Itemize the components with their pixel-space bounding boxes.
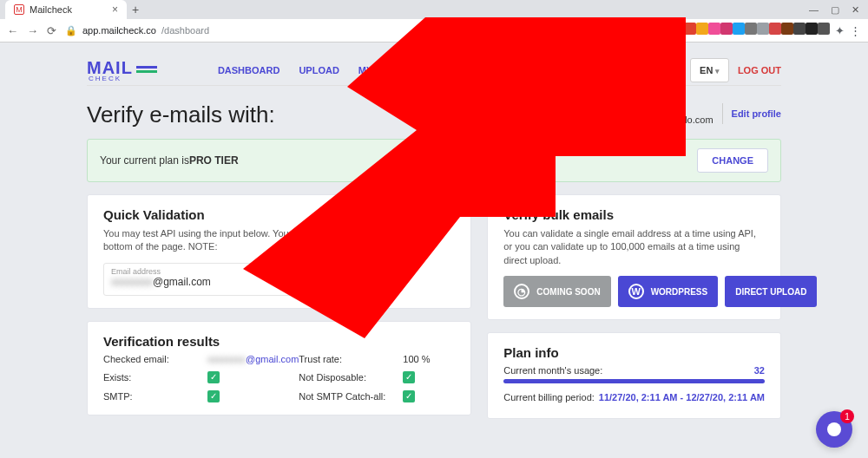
address-bar: ← → ⟳ 🔒 app.mailcheck.co/dashboard ◧ ☆ ✦… (0, 19, 868, 42)
trust-rate-value: 100 % (403, 354, 455, 364)
logout-link[interactable]: LOG OUT (738, 65, 781, 75)
email-local-blur: xxxxxxxx (111, 276, 153, 288)
not-disposable-label: Not Disposable: (299, 372, 403, 383)
usage-value: 32 (754, 365, 765, 376)
extension-icon[interactable] (635, 23, 648, 35)
extension-icon[interactable] (818, 23, 830, 35)
extension-icon[interactable] (660, 23, 672, 35)
window-controls: — ▢ ✕ (809, 4, 868, 16)
extension-icon[interactable] (720, 23, 733, 35)
verify-bulk-desc: You can validate a single email address … (503, 227, 765, 267)
extension-icon[interactable] (745, 23, 757, 35)
extension-icon[interactable] (733, 23, 745, 35)
wordpress-icon: W (628, 284, 644, 299)
exists-label: Exists: (103, 372, 207, 383)
usage-label: Current month's usage: (503, 365, 602, 376)
email-field-label: Email address (111, 267, 306, 276)
page-title: Verify e-mails with: (87, 101, 275, 128)
greeting-text: Hey, (601, 101, 713, 114)
direct-upload-button[interactable]: DIRECT UPLOAD (725, 276, 817, 307)
quick-validation-title: Quick Validation (103, 207, 455, 222)
nav-links: DASHBOARDUPLOADMY FILESAPISETTINGS (218, 65, 504, 75)
email-domain: @gmail.com (153, 276, 211, 288)
chat-badge: 1 (840, 409, 854, 423)
lock-icon: 🔒 (65, 25, 77, 36)
extension-icon[interactable] (696, 23, 708, 35)
check-icon: ✓ (403, 371, 415, 383)
verify-bulk-card: Verify bulk emails You can validate a si… (487, 194, 781, 320)
maximize-icon[interactable]: ▢ (831, 4, 839, 16)
browser-menu-icon[interactable]: ⋮ (850, 24, 861, 37)
change-plan-button[interactable]: CHANGE (697, 148, 768, 173)
extension-icon[interactable] (769, 23, 781, 35)
user-email: weirdo@hitechweirdo.com (601, 114, 713, 126)
check-icon: ✓ (207, 390, 220, 402)
plan-banner-text: Your current plan is (100, 154, 189, 167)
back-icon[interactable]: ← (7, 24, 18, 37)
extension-icon[interactable] (708, 23, 720, 35)
url-box[interactable]: 🔒 app.mailcheck.co/dashboard (65, 25, 209, 36)
plan-info-card: Plan info Current month's usage: 32 Curr… (487, 332, 781, 419)
tab-bar: M Mailcheck × + — ▢ ✕ (0, 0, 868, 19)
plan-info-title: Plan info (503, 345, 765, 360)
not-catchall-label: Not SMTP Catch-all: (299, 391, 403, 402)
extension-icon[interactable] (781, 23, 793, 35)
upgrade-button[interactable]: UPGRADE (609, 59, 681, 82)
extension-tray: ◧ ☆ ✦ ⋮ (604, 23, 861, 38)
top-nav: MAIL CHECK DASHBOARDUPLOADMY FILESAPISET… (87, 55, 781, 86)
profile-block: Hey, weirdo@hitechweirdo.com Edit profil… (601, 101, 781, 127)
extensions-puzzle-icon[interactable]: ✦ (835, 24, 845, 37)
billing-value: 11/27/20, 2:11 AM - 12/27/20, 2:11 AM (599, 392, 765, 402)
nav-settings[interactable]: SETTINGS (457, 65, 504, 75)
chat-widget[interactable]: 1 (816, 411, 852, 448)
tab-title: Mailcheck (30, 4, 72, 15)
verification-results-title: Verification results (103, 334, 455, 349)
extension-icon[interactable] (806, 23, 818, 35)
nav-dashboard[interactable]: DASHBOARD (218, 65, 280, 75)
forward-icon[interactable]: → (27, 24, 38, 37)
checked-email-value: xxxxxxxx@gmail.com (207, 354, 299, 364)
coming-soon-button: ◔ COMING SOON (503, 276, 610, 307)
extension-icon[interactable] (684, 23, 696, 35)
smtp-label: SMTP: (103, 391, 207, 402)
verify-bulk-title: Verify bulk emails (503, 207, 765, 222)
nav-api[interactable]: API (421, 65, 437, 75)
wordpress-button[interactable]: W WORDPRESS (618, 276, 719, 307)
trust-rate-label: Trust rate: (299, 354, 403, 364)
url-host: app.mailcheck.co (82, 25, 156, 36)
close-icon[interactable]: × (112, 3, 118, 16)
tab-favicon: M (14, 4, 24, 15)
extension-icon[interactable] (793, 23, 806, 35)
edit-profile-link[interactable]: Edit profile (732, 108, 781, 119)
reload-icon[interactable]: ⟳ (47, 24, 56, 37)
divider (722, 103, 723, 124)
usage-progress-bar (503, 379, 765, 383)
quick-validation-card: Quick Validation You may test API using … (87, 194, 471, 309)
chat-icon (827, 422, 841, 436)
logo[interactable]: MAIL CHECK (87, 58, 157, 82)
nav-my-files[interactable]: MY FILES (358, 65, 403, 75)
check-icon: ✓ (403, 390, 415, 402)
verification-results-card: Verification results Checked email: xxxx… (87, 321, 471, 415)
browser-tab[interactable]: M Mailcheck × (5, 0, 127, 19)
language-selector[interactable]: EN (690, 58, 729, 82)
close-window-icon[interactable]: ✕ (852, 4, 859, 16)
url-path: /dashboard (161, 25, 209, 36)
plan-tier: PRO TIER (189, 154, 239, 167)
app-root: MAIL CHECK DASHBOARDUPLOADMY FILESAPISET… (0, 43, 868, 419)
new-tab-button[interactable]: + (127, 3, 144, 16)
bookmark-star-icon[interactable]: ☆ (620, 24, 630, 37)
extension-icon[interactable] (672, 23, 684, 35)
qr-icon[interactable]: ◧ (604, 24, 615, 37)
nav-upload[interactable]: UPLOAD (299, 65, 339, 75)
browser-chrome: M Mailcheck × + — ▢ ✕ ← → ⟳ 🔒 app.mailch… (0, 0, 868, 43)
quick-validation-desc: You may test API using the input below. … (103, 227, 455, 254)
checked-email-label: Checked email: (103, 354, 207, 364)
minimize-icon[interactable]: — (809, 4, 819, 16)
extension-icon[interactable] (648, 23, 660, 35)
plan-banner: Your current plan is PRO TIER CHANGE (87, 139, 781, 182)
billing-label: Current billing period: (503, 392, 595, 402)
email-input[interactable]: Email address xxxxxxxx@gmail.com (103, 263, 314, 296)
extension-icon[interactable] (757, 23, 769, 35)
check-icon: ✓ (207, 371, 220, 383)
